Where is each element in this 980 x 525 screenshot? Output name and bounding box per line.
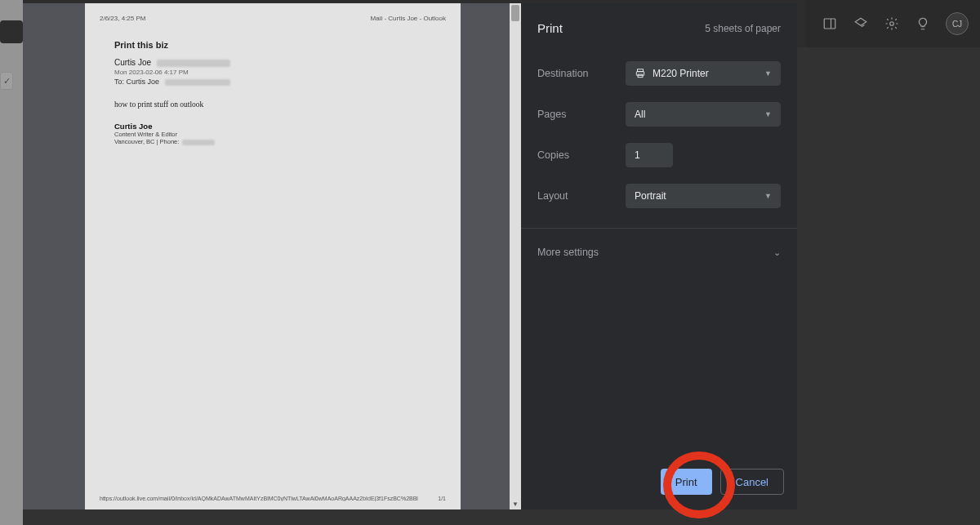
pages-label: Pages (537, 109, 626, 120)
print-button[interactable]: Print (661, 469, 712, 495)
signature-role: Content Writer & Editor (114, 131, 446, 138)
chevron-down-icon: ▼ (764, 69, 772, 78)
avatar-initials: CJ (952, 20, 962, 29)
destination-dropdown[interactable]: M220 Printer ▼ (626, 61, 781, 86)
cancel-button[interactable]: Cancel (720, 469, 784, 495)
email-from-line: Curtis Joe (114, 58, 446, 67)
panel-icon[interactable] (822, 16, 838, 32)
email-body: how to print stuff on outlook (114, 100, 446, 109)
scrollbar-thumb[interactable] (511, 5, 519, 21)
printer-icon (635, 68, 646, 79)
chevron-down-icon: ▼ (764, 110, 772, 118)
print-preview-pane: 2/6/23, 4:25 PM Mail - Curtis Joe - Outl… (23, 3, 521, 509)
signature-loc-text: Vancouver, BC | Phone: (114, 138, 179, 145)
email-sent-date: Mon 2023-02-06 4:17 PM (114, 69, 446, 76)
destination-value: M220 Printer (653, 68, 709, 79)
chevron-down-icon: ⌄ (773, 247, 781, 258)
svg-rect-0 (824, 19, 835, 29)
user-avatar[interactable]: CJ (946, 12, 969, 35)
svg-point-2 (890, 22, 894, 26)
gear-icon[interactable] (884, 16, 900, 32)
copies-label: Copies (537, 149, 626, 161)
copies-row: Copies (521, 135, 797, 176)
layout-row: Layout Portrait ▼ (521, 176, 797, 216)
redacted-phone (182, 140, 215, 145)
preview-page: 2/6/23, 4:25 PM Mail - Curtis Joe - Outl… (85, 3, 461, 509)
email-subject: Print this biz (114, 40, 446, 50)
more-settings-label: More settings (537, 247, 599, 258)
print-settings-panel: Print 5 sheets of paper Destination M220… (521, 3, 797, 509)
page-header: 2/6/23, 4:25 PM Mail - Curtis Joe - Outl… (100, 15, 446, 22)
lightbulb-icon[interactable] (915, 16, 931, 32)
page-footer-pagenum: 1/1 (438, 496, 446, 501)
chevron-down-icon: ▼ (764, 192, 772, 200)
page-footer: https://outlook.live.com/mail/0/inbox/id… (100, 496, 446, 501)
more-settings-toggle[interactable]: More settings ⌄ (521, 228, 797, 276)
pages-dropdown[interactable]: All ▼ (626, 102, 781, 127)
redacted-recipient (165, 79, 230, 86)
sheet-count: 5 sheets of paper (705, 23, 781, 34)
page-footer-url: https://outlook.live.com/mail/0/inbox/id… (100, 496, 418, 501)
copies-input[interactable] (626, 143, 673, 167)
signature-location: Vancouver, BC | Phone: (114, 138, 446, 145)
pages-row: Pages All ▼ (521, 94, 797, 135)
pages-value: All (635, 109, 645, 120)
print-title: Print (537, 21, 563, 35)
destination-label: Destination (537, 68, 626, 79)
print-action-bar: Print Cancel (521, 454, 797, 509)
email-to-line: To: Curtis Joe (114, 78, 446, 86)
tag-icon[interactable] (853, 16, 869, 32)
print-panel-header: Print 5 sheets of paper (521, 3, 797, 53)
preview-scrollbar[interactable]: ▲ ▼ (510, 3, 521, 509)
email-from-name: Curtis Joe (114, 58, 151, 67)
page-header-title: Mail - Curtis Joe - Outlook (371, 15, 446, 22)
app-toolbar-right: CJ (805, 0, 980, 47)
signature-name: Curtis Joe (114, 122, 446, 131)
layout-label: Layout (537, 190, 626, 202)
destination-row: Destination M220 Printer ▼ (521, 53, 797, 94)
page-header-timestamp: 2/6/23, 4:25 PM (100, 15, 145, 22)
layout-value: Portrait (635, 190, 666, 202)
redacted-email (157, 60, 230, 67)
scroll-down-icon[interactable]: ▼ (510, 498, 521, 509)
svg-rect-5 (638, 74, 643, 78)
layout-dropdown[interactable]: Portrait ▼ (626, 184, 781, 208)
email-to-label: To: Curtis Joe (114, 78, 159, 86)
